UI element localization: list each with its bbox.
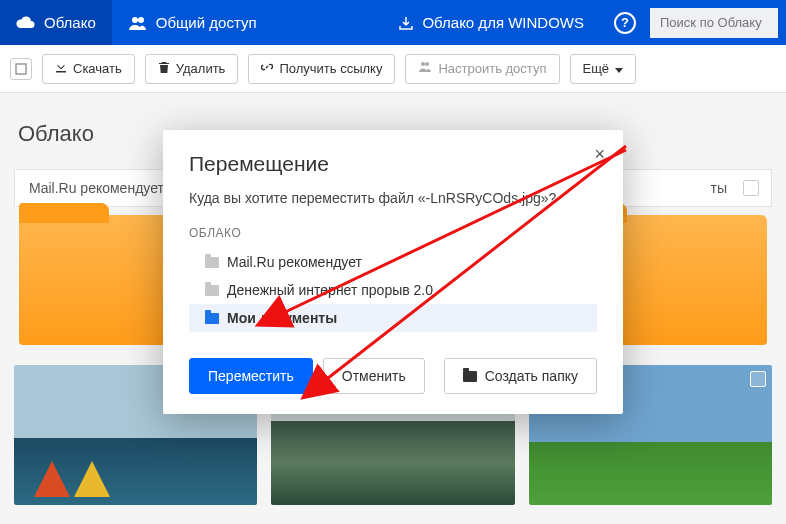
access-button[interactable]: Настроить доступ [405, 54, 559, 84]
people-icon [128, 16, 148, 30]
tree-item-label: Мои документы [227, 310, 337, 326]
top-navbar: Облако Общий доступ Облако для WINDOWS ? [0, 0, 786, 45]
folder-tree: Mail.Ru рекомендует Денежный интернет пр… [189, 248, 597, 332]
tree-item-label: Денежный интернет прорыв 2.0 [227, 282, 433, 298]
download-box-icon [398, 15, 414, 31]
delete-button[interactable]: Удалить [145, 54, 239, 84]
get-link-label: Получить ссылку [279, 61, 382, 76]
delete-label: Удалить [176, 61, 226, 76]
svg-point-0 [132, 17, 138, 23]
modal-footer: Переместить Отменить Создать папку [189, 358, 597, 394]
download-icon [55, 61, 67, 76]
cloud-icon [16, 16, 36, 30]
thumb-checkbox[interactable] [750, 371, 766, 387]
svg-point-3 [421, 62, 425, 66]
tree-item[interactable]: Денежный интернет прорыв 2.0 [189, 276, 597, 304]
tree-item-selected[interactable]: Мои документы [189, 304, 597, 332]
tree-item[interactable]: Mail.Ru рекомендует [189, 248, 597, 276]
move-dialog: × Перемещение Куда вы хотите переместить… [163, 130, 623, 414]
new-folder-button[interactable]: Создать папку [444, 358, 597, 394]
nav-cloud[interactable]: Облако [0, 0, 112, 45]
get-link-button[interactable]: Получить ссылку [248, 54, 395, 84]
recommend-suffix: ты [711, 180, 727, 196]
nav-shared[interactable]: Общий доступ [112, 0, 273, 45]
folder-small-icon [205, 313, 219, 324]
nav-windows-label: Облако для WINDOWS [422, 14, 584, 31]
help-icon[interactable]: ? [614, 12, 636, 34]
svg-point-1 [138, 17, 144, 23]
link-icon [261, 61, 273, 76]
download-button[interactable]: Скачать [42, 54, 135, 84]
svg-rect-2 [16, 64, 26, 74]
modal-subtitle: Куда вы хотите переместить файл «-LnRSRy… [189, 190, 597, 206]
close-icon[interactable]: × [594, 144, 605, 165]
nav-cloud-label: Облако [44, 14, 96, 31]
folder-small-icon [205, 285, 219, 296]
search-input[interactable] [650, 8, 778, 38]
move-button[interactable]: Переместить [189, 358, 313, 394]
tree-item-label: Mail.Ru рекомендует [227, 254, 362, 270]
folder-dark-icon [463, 371, 477, 382]
more-button[interactable]: Ещё [570, 54, 637, 84]
tree-header: ОБЛАКО [189, 226, 597, 240]
cancel-button[interactable]: Отменить [323, 358, 425, 394]
svg-point-4 [425, 62, 429, 66]
more-label: Ещё [583, 61, 610, 76]
nav-shared-label: Общий доступ [156, 14, 257, 31]
people-small-icon [418, 61, 432, 76]
nav-windows[interactable]: Облако для WINDOWS [382, 0, 600, 45]
toolbar: Скачать Удалить Получить ссылку Настроит… [0, 45, 786, 93]
download-label: Скачать [73, 61, 122, 76]
chevron-down-icon [615, 61, 623, 76]
recommend-checkbox[interactable] [743, 180, 759, 196]
access-label: Настроить доступ [438, 61, 546, 76]
trash-icon [158, 61, 170, 76]
folder-small-icon [205, 257, 219, 268]
modal-title: Перемещение [189, 152, 597, 176]
recommend-label: Mail.Ru рекомендует [29, 180, 164, 196]
select-all-checkbox[interactable] [10, 58, 32, 80]
